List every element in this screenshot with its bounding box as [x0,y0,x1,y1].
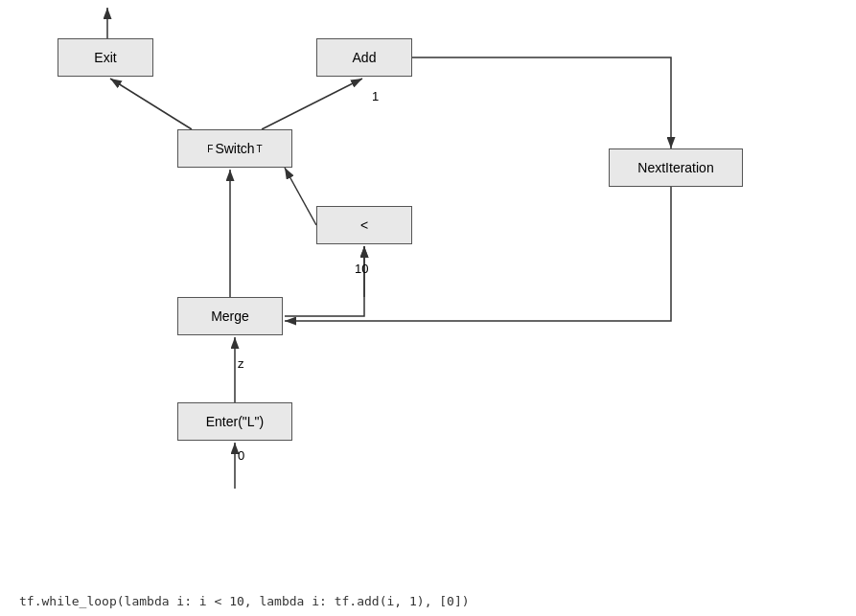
diagram-arrows [0,0,856,584]
svg-line-6 [262,79,362,129]
node-enter: Enter("L") [177,402,292,441]
node-nextiteration: NextIteration [609,148,743,187]
svg-line-7 [285,168,316,225]
edge-label-z: z [238,356,244,371]
node-less: < [316,206,412,244]
node-exit: Exit [58,38,153,77]
edge-label-one: 1 [372,89,379,103]
code-line: tf.while_loop(lambda i: i < 10, lambda i… [19,594,470,608]
node-add: Add [316,38,412,77]
svg-line-4 [110,79,192,129]
node-switch: F Switch T [177,129,292,168]
node-merge: Merge [177,297,283,335]
edge-label-ten: 10 [355,262,368,276]
diagram-container: Exit Add F Switch T < NextIteration Merg… [0,0,856,584]
edge-label-zero: 0 [238,448,244,463]
